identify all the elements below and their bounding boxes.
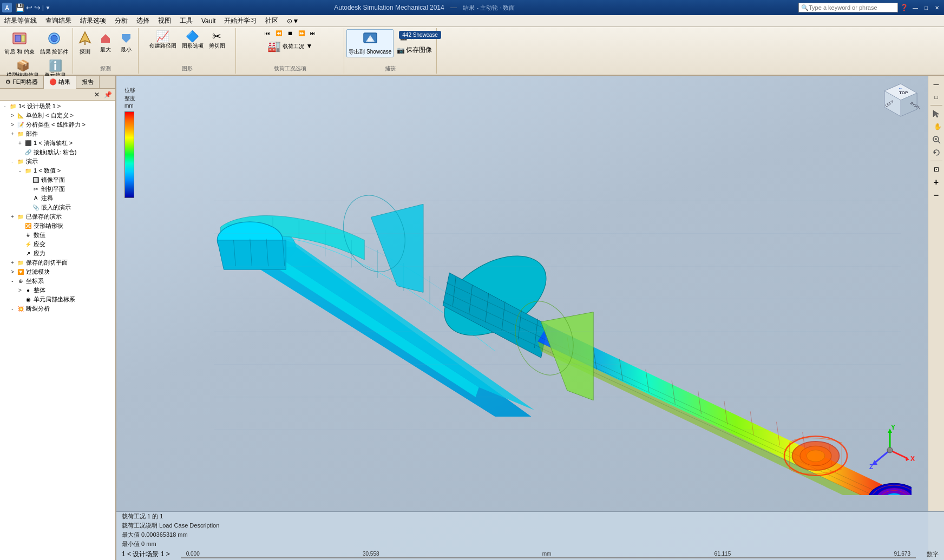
qa-more[interactable]: ▼ — [45, 5, 51, 11]
panel-pin-btn[interactable]: 📌 — [102, 90, 114, 99]
tab-fe-mesher-label: FE网格器 — [12, 78, 38, 86]
tree-item[interactable]: A 注释 — [0, 194, 115, 203]
menu-community[interactable]: 社区 — [261, 15, 283, 27]
tree-toggle[interactable]: + — [9, 131, 16, 137]
tree-node-icon: 📐 — [16, 112, 25, 120]
tree-item[interactable]: ◉ 单元局部坐标系 — [0, 295, 115, 304]
btn-cut[interactable]: ✂ 剪切图 — [207, 29, 227, 51]
cut-icon: ✂ — [212, 31, 221, 42]
tab-fe-mesher[interactable]: ⚙ FE网格器 — [0, 76, 44, 88]
qa-redo[interactable]: ↪ — [34, 3, 41, 12]
btn-export-showcase[interactable]: 导出到 Showcase — [346, 29, 394, 57]
tree-item[interactable]: - 📁 演示 — [0, 157, 115, 166]
qa-undo[interactable]: ↩ — [26, 3, 32, 12]
menu-analysis[interactable]: 分析 — [110, 15, 132, 27]
svg-marker-85 — [905, 457, 909, 461]
tree-item[interactable]: 🔗 接触(默认: 粘合) — [0, 148, 115, 157]
btn-save-image[interactable]: 📷 保存图像 — [395, 44, 434, 56]
menu-results-options[interactable]: 结果选项 — [76, 15, 110, 27]
btn-path-graph[interactable]: 📈 创建路径图 — [147, 29, 179, 51]
menu-tools[interactable]: 工具 — [175, 15, 197, 27]
btn-max[interactable]: 最大 — [96, 31, 115, 55]
tree-item[interactable]: > 📐 单位制 < 自定义 > — [0, 111, 115, 120]
tree-item[interactable]: ✂ 剖切平面 — [0, 185, 115, 194]
menu-query-results[interactable]: 查询结果 — [41, 15, 76, 27]
btn-min[interactable]: 最小 — [116, 31, 136, 55]
tree-item[interactable]: + 📁 已保存的演示 — [0, 212, 115, 221]
tree-toggle[interactable]: > — [9, 269, 16, 275]
tree-item[interactable]: 🔲 镜像平面 — [0, 175, 115, 185]
menu-extra[interactable]: ⊙▼ — [283, 15, 303, 27]
search-input[interactable] — [809, 4, 895, 11]
right-btn-zoom-out[interactable]: − — [930, 189, 942, 201]
tree-toggle[interactable]: - — [9, 278, 16, 284]
btn-last-loadcase[interactable]: ⏭ — [308, 29, 318, 37]
tree-toggle[interactable]: - — [9, 306, 16, 312]
btn-results-boundary[interactable]: 前后 和 约束 — [2, 29, 37, 57]
btn-first-loadcase[interactable]: ⏮ — [263, 29, 272, 37]
btn-prev-loadcase[interactable]: ⏪ — [273, 29, 284, 37]
view-cube[interactable]: TOP RIGHT LEFT ← — [882, 81, 920, 119]
tree-toggle[interactable]: + — [9, 260, 16, 266]
tree-toggle[interactable]: + — [9, 214, 16, 220]
tree-item[interactable]: + 📁 部件 — [0, 129, 115, 139]
tree-item[interactable]: # 数值 — [0, 230, 115, 240]
tree-item[interactable]: + 📁 保存的剖切平面 — [0, 258, 115, 267]
tree-toggle[interactable]: - — [1, 103, 9, 109]
btn-stop-loadcase[interactable]: ⏹ — [285, 29, 295, 37]
right-btn-zoom[interactable] — [930, 134, 942, 146]
maximize-button[interactable]: □ — [921, 3, 931, 12]
tree-toggle[interactable]: - — [9, 159, 16, 164]
help-icons[interactable]: ❓ — [900, 4, 908, 11]
menu-view[interactable]: 视图 — [154, 15, 175, 27]
tab-results[interactable]: 🔴 结果 — [44, 76, 76, 89]
right-btn-rotate[interactable] — [930, 147, 942, 159]
tree-item[interactable]: - 📁 1 < 数值 > — [0, 166, 115, 175]
tree-toggle[interactable]: > — [9, 113, 16, 118]
right-btn-pan[interactable]: ✋ — [930, 121, 942, 133]
btn-loadcase[interactable]: 🏭 载荷工况 ▼ — [265, 39, 314, 53]
btn-next-loadcase[interactable]: ⏩ — [296, 29, 307, 37]
viewport[interactable]: 位移 整度 mm — [116, 76, 944, 560]
tree-item[interactable]: 📎 嵌入的演示 — [0, 203, 115, 212]
btn-results-by-part[interactable]: 结果 按部件 — [38, 29, 71, 57]
tree-item[interactable]: - ⊕ 坐标系 — [0, 276, 115, 286]
tab-report[interactable]: 报告 — [76, 76, 100, 88]
right-btn-cursor[interactable] — [930, 108, 942, 120]
tree-toggle[interactable]: - — [16, 168, 24, 174]
tree-item[interactable]: - 💥 断裂分析 — [0, 304, 115, 313]
right-btn-expand-min[interactable]: — — [930, 78, 942, 90]
tree-item[interactable]: ↗ 应力 — [0, 249, 115, 258]
progress-bar[interactable] — [181, 557, 916, 558]
tree-item[interactable]: > 📝 分析类型 < 线性静力 > — [0, 120, 115, 129]
tree-item[interactable]: > ● 整体 — [0, 286, 115, 295]
btn-probe[interactable]: 探测 — [75, 29, 95, 57]
model-svg — [171, 103, 912, 495]
tree-item[interactable]: ⚡ 应变 — [0, 240, 115, 249]
right-btn-expand-max[interactable]: □ — [930, 91, 942, 103]
menu-select[interactable]: 选择 — [132, 15, 154, 27]
close-button[interactable]: ✕ — [932, 3, 942, 12]
menu-vault[interactable]: Vault — [197, 15, 220, 27]
tree-toggle[interactable]: > — [9, 122, 16, 128]
tree-toggle[interactable]: + — [16, 140, 24, 146]
tree-item[interactable]: 🔀 变形结形状 — [0, 221, 115, 230]
panel-close-btn[interactable]: ✕ — [92, 90, 102, 99]
svg-rect-9 — [122, 34, 130, 38]
qa-save[interactable]: 💾 — [15, 3, 24, 12]
btn-max-label: 最大 — [100, 46, 111, 54]
search-box[interactable]: 🔍 — [798, 3, 898, 12]
tree-item[interactable]: > 🔽 过滤模块 — [0, 267, 115, 276]
minimize-button[interactable]: — — [910, 3, 920, 12]
btn-results-boundary-label: 前后 和 约束 — [4, 48, 35, 56]
app-icons-row: 💾 ↩ ↪ | ▼ — [15, 3, 51, 12]
right-btn-zoom-in[interactable]: + — [930, 176, 942, 188]
tree-area[interactable]: - 📁 1< 设计场景 1 > > 📐 单位制 < 自定义 > > 📝 分析类型… — [0, 101, 115, 560]
tree-item[interactable]: - 📁 1< 设计场景 1 > — [0, 102, 115, 111]
tree-toggle[interactable]: > — [16, 287, 24, 293]
menu-results-contour[interactable]: 结果等值线 — [0, 15, 41, 27]
menu-learn[interactable]: 开始并学习 — [220, 15, 261, 27]
tree-item[interactable]: + ⬛ 1 < 清海轴杠 > — [0, 139, 115, 148]
right-btn-fit[interactable]: ⊡ — [930, 163, 942, 175]
btn-shape-options[interactable]: 🔷 图形选项 — [180, 29, 206, 51]
